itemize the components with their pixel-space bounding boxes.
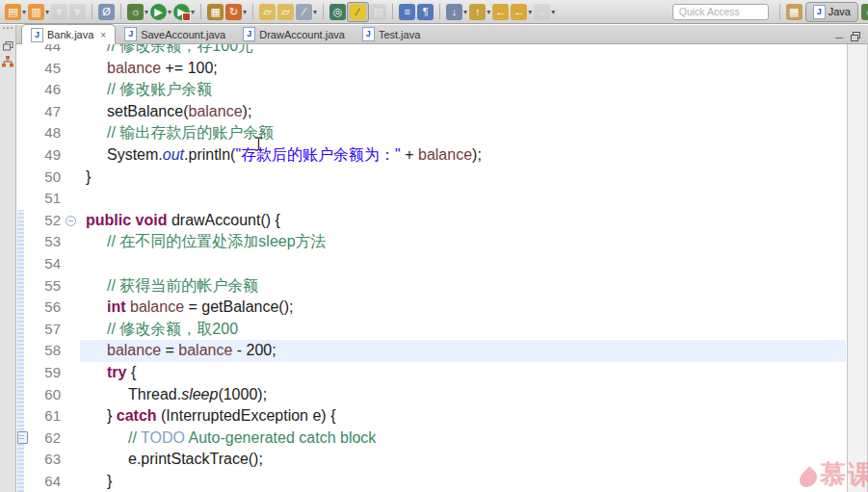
code-text[interactable]: public void drawAccount() { xyxy=(80,210,846,232)
annotation-column xyxy=(16,44,28,58)
code-line-58: 58balance = balance - 200; xyxy=(16,340,846,362)
line-number[interactable]: 50 xyxy=(28,167,64,189)
line-number[interactable]: 53 xyxy=(28,231,64,253)
code-token: balance xyxy=(107,60,161,76)
code-text[interactable]: // 输出存款后的账户余额 xyxy=(80,122,846,144)
line-number[interactable]: 52 xyxy=(28,210,64,232)
maximize-editor-icon[interactable] xyxy=(851,32,860,43)
code-text[interactable]: try { xyxy=(80,362,846,384)
highlighter-icon[interactable]: ∕ xyxy=(350,4,366,20)
line-number[interactable]: 51 xyxy=(28,188,64,210)
line-number[interactable]: 48 xyxy=(28,122,64,144)
minimize-editor-icon[interactable]: ─ xyxy=(835,32,843,43)
code-text[interactable]: } xyxy=(80,471,846,492)
refresh-dropdown-icon[interactable]: ▾ xyxy=(243,8,247,16)
collapse-icon[interactable] xyxy=(66,216,76,226)
code-token: int xyxy=(107,298,126,315)
new-java-class-icon[interactable]: ▥ xyxy=(28,4,44,20)
code-text[interactable]: setBalance(balance); xyxy=(80,101,846,123)
refresh-icon[interactable]: ↻ xyxy=(225,4,242,20)
line-number[interactable]: 54 xyxy=(28,253,64,275)
search-icon[interactable]: ◎ xyxy=(329,4,346,20)
code-text[interactable]: // TODO Auto-generated catch block xyxy=(80,427,846,450)
java-perspective-button[interactable]: J Java xyxy=(805,2,858,22)
new-project-icon[interactable]: ▦ xyxy=(207,4,224,20)
line-number[interactable]: 58 xyxy=(28,340,64,362)
skip-breakpoints-icon[interactable]: Ø xyxy=(98,4,115,20)
forward-icon: → xyxy=(534,4,550,20)
restore-view-icon[interactable] xyxy=(2,39,14,52)
code-text[interactable] xyxy=(80,188,846,210)
line-number[interactable]: 62 xyxy=(28,427,64,450)
code-text[interactable]: int balance = getBalance(); xyxy=(80,297,846,319)
overview-ruler[interactable] xyxy=(847,44,868,492)
new-icon[interactable]: ▤ xyxy=(5,4,21,20)
debug-dropdown-icon[interactable]: ▾ xyxy=(145,8,148,16)
line-number[interactable]: 49 xyxy=(28,144,64,167)
code-editor[interactable]: 44// 修改余额，存100元45balance += 100;46// 修改账… xyxy=(16,44,868,492)
line-number[interactable]: 44 xyxy=(28,44,64,58)
line-number[interactable]: 59 xyxy=(28,362,64,384)
tab-bank-java[interactable]: JBank.java× xyxy=(21,24,116,44)
close-tab-icon[interactable]: × xyxy=(100,30,106,40)
java-file-icon: J xyxy=(243,27,255,41)
toolbar-separator xyxy=(323,4,324,19)
last-edit-location-icon[interactable]: ↓ xyxy=(446,4,462,20)
back-history-icon[interactable]: ← xyxy=(511,4,527,20)
format-brush-dropdown-icon[interactable]: ▾ xyxy=(313,8,317,16)
toolbar-icons: ▤▾▥▾▼▼Ø☼▾▶▾▶▾▦↻▾▱▱∕▾◎∕▧≡¶↓▾↑▾←←▾→▾ xyxy=(4,2,556,22)
open-perspective-icon[interactable]: ▦ xyxy=(786,4,802,20)
code-text[interactable]: // 修改余额，存100元 xyxy=(80,44,846,58)
tab-saveaccount-java[interactable]: JSaveAccount.java xyxy=(116,25,234,43)
code-text[interactable]: // 在不同的位置处添加sleep方法 xyxy=(80,231,846,253)
coverage-dropdown-icon[interactable]: ▾ xyxy=(191,8,195,16)
code-text[interactable]: // 获得当前的帐户余额 xyxy=(80,275,846,298)
code-text[interactable]: // 修改账户余额 xyxy=(80,79,846,101)
line-number[interactable]: 64 xyxy=(28,471,64,492)
annotation-column xyxy=(16,144,28,167)
back-history-dropdown-icon[interactable]: ▾ xyxy=(528,8,532,16)
new-java-class-dropdown-icon[interactable]: ▾ xyxy=(45,8,49,16)
line-number[interactable]: 63 xyxy=(28,449,64,471)
line-number[interactable]: 61 xyxy=(28,405,64,427)
coverage-icon[interactable]: ▶ xyxy=(173,4,190,20)
tab-test-java[interactable]: JTest.java xyxy=(354,25,429,43)
line-number[interactable]: 55 xyxy=(28,275,64,298)
line-number[interactable]: 60 xyxy=(28,384,64,406)
line-number[interactable]: 47 xyxy=(28,101,64,123)
code-text[interactable]: balance += 100; xyxy=(80,58,846,80)
line-number[interactable]: 56 xyxy=(28,297,64,319)
show-source-icon[interactable]: ≡ xyxy=(399,4,415,20)
line-number[interactable]: 46 xyxy=(28,79,64,101)
task-marker-icon[interactable] xyxy=(17,431,28,444)
last-edit-location-dropdown-icon[interactable]: ▾ xyxy=(463,8,467,16)
new-dropdown-icon[interactable]: ▾ xyxy=(22,8,26,16)
code-text[interactable]: balance = balance - 200; xyxy=(80,340,846,362)
code-text[interactable]: } xyxy=(80,167,846,189)
code-text[interactable]: System.out.println("存款后的账户余额为：" + balanc… xyxy=(80,144,846,167)
code-text[interactable]: // 修改余额，取200 xyxy=(80,319,846,341)
code-text[interactable]: } catch (InterruptedException e) { xyxy=(80,405,846,427)
line-number[interactable]: 45 xyxy=(28,58,64,80)
code-text[interactable]: Thread.sleep(1000); xyxy=(80,384,846,406)
open-folder-2-icon[interactable]: ▱ xyxy=(277,4,294,20)
debug-icon[interactable]: ☼ xyxy=(127,4,144,20)
fold-column xyxy=(64,449,80,471)
tab-drawaccount-java[interactable]: JDrawAccount.java xyxy=(234,25,354,43)
run-dropdown-icon[interactable]: ▾ xyxy=(168,8,171,16)
package-explorer-icon[interactable] xyxy=(2,55,14,67)
drag-handle[interactable] xyxy=(3,27,13,37)
show-whitespace-icon[interactable]: ¶ xyxy=(417,4,434,20)
code-text[interactable] xyxy=(80,253,846,275)
forward-dropdown-icon[interactable]: ▾ xyxy=(551,8,555,16)
format-brush-icon[interactable]: ∕ xyxy=(296,4,312,20)
line-number[interactable]: 57 xyxy=(28,319,64,341)
open-folder-icon[interactable]: ▱ xyxy=(259,4,276,20)
code-text[interactable]: e.printStackTrace(); xyxy=(80,449,846,471)
previous-annotation-icon[interactable]: ↑ xyxy=(469,4,486,20)
debug-perspective-icon[interactable]: ☼ xyxy=(861,4,868,20)
quick-access-input[interactable]: Quick Access xyxy=(672,4,769,20)
back-icon[interactable]: ← xyxy=(492,4,509,20)
run-icon[interactable]: ▶ xyxy=(150,4,167,20)
previous-annotation-dropdown-icon[interactable]: ▾ xyxy=(487,8,490,16)
